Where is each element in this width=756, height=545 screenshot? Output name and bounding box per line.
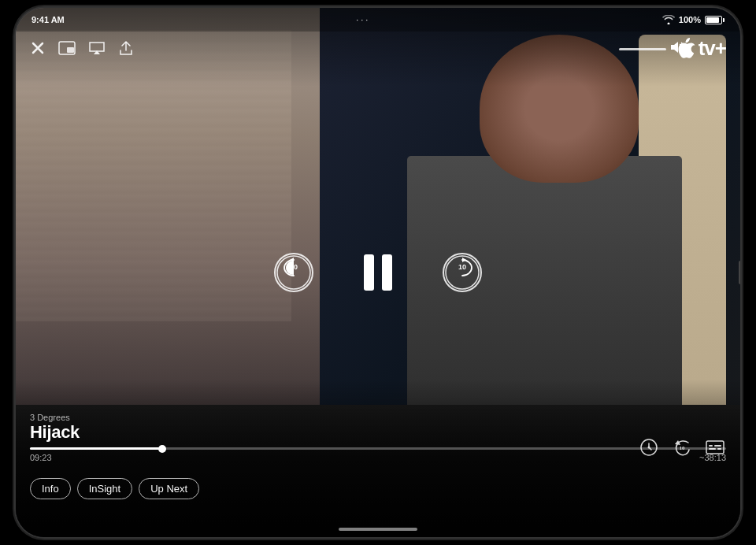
volume-icon <box>671 41 685 57</box>
info-button[interactable]: Info <box>30 478 71 499</box>
progress-track[interactable] <box>30 447 726 450</box>
rewind-10-button[interactable]: 10 10 <box>274 253 313 292</box>
top-left-controls <box>30 39 134 57</box>
bottom-buttons: Info InSight Up Next <box>30 478 199 499</box>
svg-rect-1 <box>67 47 74 53</box>
svg-text:10: 10 <box>458 263 466 271</box>
forward-10-button[interactable]: 10 <box>443 253 482 292</box>
right-controls: 10 <box>638 436 726 458</box>
ipad-frame: 9:41 AM ··· 100% <box>16 8 740 537</box>
share-icon <box>118 39 134 57</box>
center-controls: 10 10 10 <box>274 253 482 292</box>
progress-area: 3 Degrees Hijack 09:23 ~38:13 <box>30 413 726 462</box>
svg-rect-14 <box>714 445 721 447</box>
pause-icon <box>361 253 395 292</box>
wifi-icon <box>662 15 675 24</box>
captions-icon <box>706 438 724 457</box>
show-info: 3 Degrees Hijack <box>30 413 726 443</box>
show-title: Hijack <box>30 422 726 443</box>
svg-point-10 <box>648 447 650 449</box>
captions-button[interactable] <box>704 436 726 458</box>
close-button[interactable] <box>30 40 46 56</box>
home-bar <box>339 528 417 531</box>
battery-percentage: 100% <box>679 15 701 24</box>
progress-thumb <box>158 445 166 453</box>
playback-speed-icon <box>639 438 658 457</box>
tv-plus-label: tv+ <box>699 36 726 61</box>
progress-fill <box>30 447 162 450</box>
pip-icon <box>58 41 76 55</box>
airplay-button[interactable] <box>88 41 106 55</box>
time-current: 09:23 <box>30 453 52 462</box>
share-button[interactable] <box>118 39 134 57</box>
status-right: 100% <box>662 15 724 24</box>
svg-rect-6 <box>382 254 392 291</box>
svg-rect-13 <box>709 445 713 447</box>
controls-overlay: tv+ 10 10 <box>16 8 740 537</box>
rewind-10-icon: 10 10 <box>276 254 312 291</box>
progress-bar-container[interactable] <box>30 447 726 450</box>
svg-text:10: 10 <box>680 445 686 451</box>
time-row: 09:23 ~38:13 <box>30 453 726 462</box>
battery-icon <box>705 16 724 24</box>
playback-speed-button[interactable] <box>638 436 660 458</box>
speaker-icon <box>671 41 685 54</box>
insight-button[interactable]: InSight <box>77 478 132 499</box>
status-time: 9:41 AM <box>32 15 65 24</box>
forward-10-icon: 10 <box>444 254 480 291</box>
status-dots: ··· <box>356 15 370 24</box>
skip-back-button[interactable]: 10 <box>671 436 693 458</box>
pip-button[interactable] <box>58 41 76 55</box>
side-notch <box>739 261 740 284</box>
volume-bar[interactable] <box>619 41 685 57</box>
pause-button[interactable] <box>361 253 395 292</box>
svg-rect-12 <box>706 441 724 454</box>
svg-rect-5 <box>364 254 374 291</box>
svg-rect-15 <box>709 448 716 450</box>
status-bar: 9:41 AM ··· 100% <box>16 8 740 32</box>
close-icon <box>30 40 46 56</box>
show-episode: 3 Degrees <box>30 413 726 422</box>
up-next-button[interactable]: Up Next <box>139 478 199 499</box>
airplay-icon <box>88 41 106 55</box>
skip-back-icon: 10 <box>673 438 691 457</box>
volume-track <box>619 48 666 50</box>
svg-rect-16 <box>717 448 721 450</box>
